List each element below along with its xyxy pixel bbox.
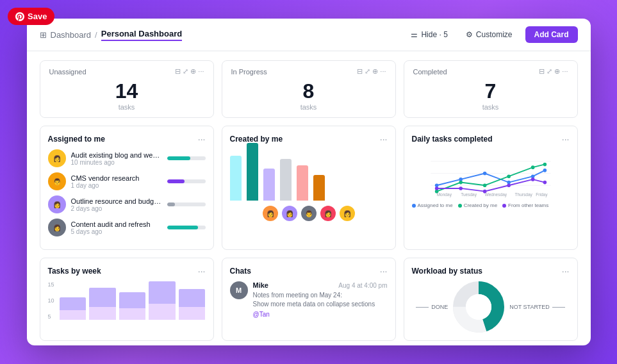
bar-bottom (179, 307, 206, 320)
small-avatar: 👩 (340, 206, 355, 221)
chat-avatar: M (230, 281, 248, 299)
widget-header: Daily tasks completed ··· (412, 134, 570, 144)
chat-content: Mike Aug 4 at 4:00 pm Notes from meeting… (253, 281, 388, 318)
donut-chart-container: DONE NOT STA (412, 281, 570, 333)
bar (230, 156, 242, 201)
save-button[interactable]: Save (8, 8, 54, 25)
stat-icons: ⊟ ⤢ ⊕ ··· (357, 67, 386, 76)
stat-number: 14 (49, 79, 204, 103)
bar (313, 175, 325, 201)
hide-button[interactable]: ⚌ Hide · 5 (406, 28, 452, 42)
progress-fill (167, 179, 185, 183)
small-avatar: 👩 (263, 206, 278, 221)
svg-point-16 (459, 186, 463, 190)
bar-group (149, 281, 176, 320)
small-avatar: 👨 (301, 206, 317, 221)
breadcrumb: ⊞ Dashboard / Personal Dashboard (40, 29, 183, 41)
bar (263, 169, 275, 201)
bar-group (60, 297, 86, 320)
donut-chart-svg (453, 281, 504, 333)
stat-unit: tasks (49, 103, 204, 111)
task-item: 👩 Content audit and refresh 5 days ago (48, 219, 206, 236)
breadcrumb-separator: / (95, 30, 97, 40)
bar-group (297, 165, 308, 201)
small-avatar: 👩 (282, 206, 297, 221)
chats-widget: Chats ··· M Mike Aug 4 at 4:00 pm Notes … (222, 258, 396, 341)
bar-area (60, 281, 206, 320)
widget-menu-button[interactable]: ··· (198, 134, 206, 144)
svg-point-13 (531, 165, 534, 169)
bar-group (179, 289, 206, 320)
svg-text:Thursday: Thursday (514, 192, 532, 197)
legend-item: From other teams (502, 203, 548, 208)
legend-dot (458, 204, 462, 208)
progress-bar (167, 156, 206, 160)
chat-message-1: Notes from meeting on May 24: (253, 291, 388, 300)
pinterest-icon (15, 12, 24, 21)
bar-top (179, 289, 206, 307)
stats-row: Unassigned ⊟ ⤢ ⊕ ··· 14 tasks In Progres… (40, 60, 578, 118)
bar (247, 143, 258, 201)
svg-point-10 (459, 181, 463, 185)
donut-labels-right: NOT STARTED (509, 304, 565, 310)
svg-text:Tuesday: Tuesday (461, 192, 477, 197)
dashboard-icon: ⊞ (40, 30, 47, 40)
chat-message-2: Show more meta data on collapse sections (253, 300, 388, 309)
created-by-me-widget: Created by me ··· (222, 126, 396, 250)
svg-point-8 (543, 169, 547, 172)
customize-button[interactable]: ⚙ Customize (461, 28, 518, 42)
svg-point-15 (434, 186, 438, 190)
stat-card-unassigned: Unassigned ⊟ ⤢ ⊕ ··· 14 tasks (40, 60, 214, 118)
donut-line (416, 307, 429, 308)
donut-labels-left: DONE (416, 304, 448, 310)
bar-group (247, 143, 258, 201)
widget-title: Assigned to me (48, 135, 105, 144)
svg-point-5 (482, 172, 486, 176)
assigned-to-me-widget: Assigned to me ··· 👩 Audit existing blog… (40, 126, 214, 250)
week-chart-area: 15 10 5 (48, 281, 206, 320)
bar-group (313, 175, 325, 201)
y-label: 10 (48, 297, 54, 304)
stat-card-completed: Completed ⊟ ⤢ ⊕ ··· 7 tasks (404, 60, 578, 118)
widget-menu-button[interactable]: ··· (380, 266, 388, 276)
stat-unit: tasks (231, 103, 386, 111)
bar-top (89, 288, 116, 307)
middle-row: Assigned to me ··· 👩 Audit existing blog… (40, 126, 578, 250)
legend-dot (412, 204, 416, 208)
widget-title: Chats (230, 267, 251, 276)
widget-header: Chats ··· (230, 266, 388, 276)
svg-text:Wednesday: Wednesday (484, 192, 507, 197)
breadcrumb-current: Personal Dashboard (101, 29, 182, 41)
task-info: CMS vendor research 1 day ago (71, 174, 162, 189)
task-item: 👩 Audit existing blog and website 10 min… (48, 149, 206, 167)
widget-title: Created by me (230, 135, 283, 144)
avatar: 👨 (48, 172, 66, 190)
stat-number: 7 (413, 79, 568, 103)
bar-group (119, 292, 146, 320)
widget-header: Tasks by week ··· (48, 266, 206, 276)
task-time: 2 days ago (71, 205, 162, 212)
add-card-button[interactable]: Add Card (525, 26, 578, 43)
header-actions: ⚌ Hide · 5 ⚙ Customize Add Card (406, 26, 577, 43)
stat-label: Completed (413, 68, 447, 76)
bar (297, 165, 308, 201)
svg-text:Monday: Monday (436, 192, 452, 197)
chart-legend: Assigned to me Created by me From other … (412, 203, 570, 208)
svg-point-11 (482, 183, 486, 187)
daily-tasks-widget: Daily tasks completed ··· (404, 126, 578, 250)
chat-time: Aug 4 at 4:00 pm (338, 282, 387, 289)
bar-top (149, 281, 176, 304)
gear-icon: ⚙ (466, 30, 473, 39)
widget-menu-button[interactable]: ··· (380, 134, 388, 144)
widget-menu-button[interactable]: ··· (562, 266, 570, 276)
widget-menu-button[interactable]: ··· (562, 134, 570, 144)
progress-bar (167, 203, 206, 206)
widget-menu-button[interactable]: ··· (198, 266, 206, 276)
stat-number: 8 (231, 79, 386, 103)
legend-item: Created by me (458, 203, 497, 208)
bar-group (263, 169, 275, 201)
progress-fill (167, 203, 175, 206)
stat-icons: ⊟ ⤢ ⊕ ··· (175, 67, 204, 76)
header: ⊞ Dashboard / Personal Dashboard ⚌ Hide … (27, 19, 591, 51)
stat-label: Unassigned (49, 68, 86, 76)
